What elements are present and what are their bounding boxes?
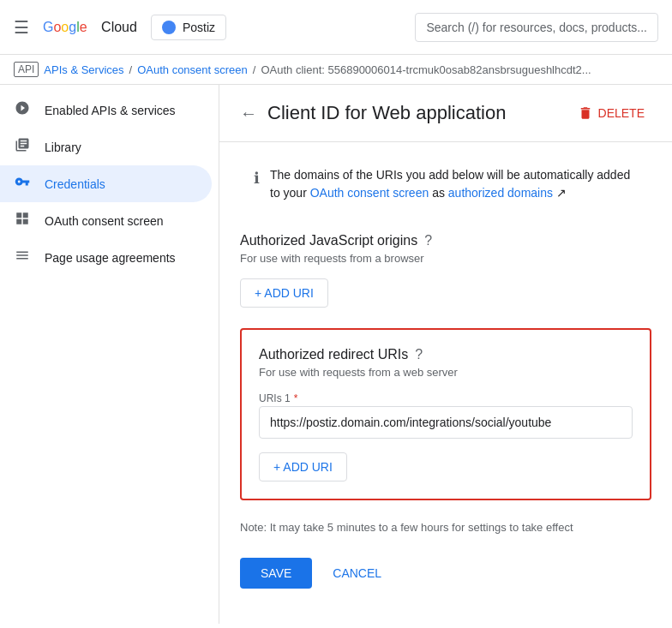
uri-input-group: URIs 1 * xyxy=(259,392,633,439)
cancel-button[interactable]: CANCEL xyxy=(326,558,388,589)
redirect-uris-title: Authorized redirect URIs xyxy=(259,347,408,362)
sidebar-label-oauth-consent: OAuth consent screen xyxy=(45,214,164,228)
redirect-uris-add-uri-label: + ADD URI xyxy=(273,460,333,474)
delete-button[interactable]: DELETE xyxy=(571,99,651,128)
js-origins-title: Authorized JavaScript origins xyxy=(240,233,417,248)
external-link-icon: ↗ xyxy=(556,186,567,200)
redirect-uris-section: Authorized redirect URIs ? For use with … xyxy=(240,328,651,500)
main-layout: Enabled APIs & services Library Credenti… xyxy=(0,85,672,624)
content-body: ℹ The domains of the URIs you add below … xyxy=(219,142,672,609)
breadcrumb-sep2: / xyxy=(253,63,256,76)
project-dot xyxy=(162,21,176,34)
page-header: ← Client ID for Web application DELETE xyxy=(219,85,672,142)
action-row: SAVE CANCEL xyxy=(240,551,651,595)
breadcrumb-apis-services[interactable]: APIs & Services xyxy=(44,63,123,76)
js-origins-add-uri-label: + ADD URI xyxy=(255,286,314,300)
breadcrumb-oauth-consent[interactable]: OAuth consent screen xyxy=(137,63,248,76)
redirect-uris-subtitle: For use with requests from a web server xyxy=(259,366,633,379)
project-name: Postiz xyxy=(183,21,215,34)
info-banner: ℹ The domains of the URIs you add below … xyxy=(240,156,651,212)
breadcrumb: API APIs & Services / OAuth consent scre… xyxy=(0,55,672,85)
note-text: Note: It may take 5 minutes to a few hou… xyxy=(240,521,651,534)
redirect-uris-add-uri-button[interactable]: + ADD URI xyxy=(259,452,347,481)
oauth-consent-icon xyxy=(14,211,31,230)
sidebar-item-library[interactable]: Library xyxy=(0,129,212,165)
uri-input-label: URIs 1 * xyxy=(259,392,633,404)
sidebar-label-library: Library xyxy=(45,141,81,154)
breadcrumb-oauth-client: OAuth client: 556890006014-trcmuk0osab82… xyxy=(261,63,591,76)
sidebar-item-page-usage[interactable]: Page usage agreements xyxy=(0,239,212,276)
library-icon xyxy=(14,137,31,157)
sidebar-label-enabled-apis: Enabled APIs & services xyxy=(45,104,176,117)
info-icon: ℹ xyxy=(254,167,260,190)
info-text-middle: as xyxy=(432,186,448,200)
required-marker: * xyxy=(294,392,298,404)
project-button[interactable]: Postiz xyxy=(151,15,226,40)
enabled-apis-icon xyxy=(14,100,31,120)
authorized-domains-link[interactable]: authorized domains xyxy=(448,186,553,200)
js-origins-section: Authorized JavaScript origins ? For use … xyxy=(240,233,651,308)
sidebar-item-oauth-consent[interactable]: OAuth consent screen xyxy=(0,202,212,239)
search-placeholder: Search (/) for resources, docs, products… xyxy=(426,21,647,34)
uri-input-field[interactable] xyxy=(259,406,633,439)
oauth-consent-link[interactable]: OAuth consent screen xyxy=(310,186,429,200)
content-area: ← Client ID for Web application DELETE ℹ… xyxy=(219,85,672,624)
page-title: Client ID for Web application xyxy=(267,102,506,124)
api-badge: API xyxy=(14,62,39,77)
delete-icon xyxy=(578,105,593,121)
save-button[interactable]: SAVE xyxy=(240,558,312,589)
sidebar-item-enabled-apis[interactable]: Enabled APIs & services xyxy=(0,92,212,129)
sidebar-label-page-usage: Page usage agreements xyxy=(45,251,176,265)
redirect-uris-help-icon[interactable]: ? xyxy=(415,347,423,362)
breadcrumb-sep1: / xyxy=(129,63,133,76)
js-origins-add-uri-button[interactable]: + ADD URI xyxy=(240,278,328,308)
menu-icon[interactable]: ☰ xyxy=(14,17,29,38)
credentials-icon xyxy=(14,174,31,194)
search-bar[interactable]: Search (/) for resources, docs, products… xyxy=(415,13,658,42)
top-header: ☰ Google Cloud Postiz Search (/) for res… xyxy=(0,0,672,55)
back-button[interactable]: ← xyxy=(240,104,257,123)
js-origins-help-icon[interactable]: ? xyxy=(424,233,432,248)
sidebar-label-credentials: Credentials xyxy=(45,177,105,191)
delete-label: DELETE xyxy=(598,106,645,120)
page-usage-icon xyxy=(14,248,31,267)
sidebar: Enabled APIs & services Library Credenti… xyxy=(0,85,219,624)
google-cloud-logo: Google Cloud xyxy=(43,20,137,35)
js-origins-subtitle: For use with requests from a browser xyxy=(240,252,651,265)
sidebar-item-credentials[interactable]: Credentials xyxy=(0,165,212,202)
